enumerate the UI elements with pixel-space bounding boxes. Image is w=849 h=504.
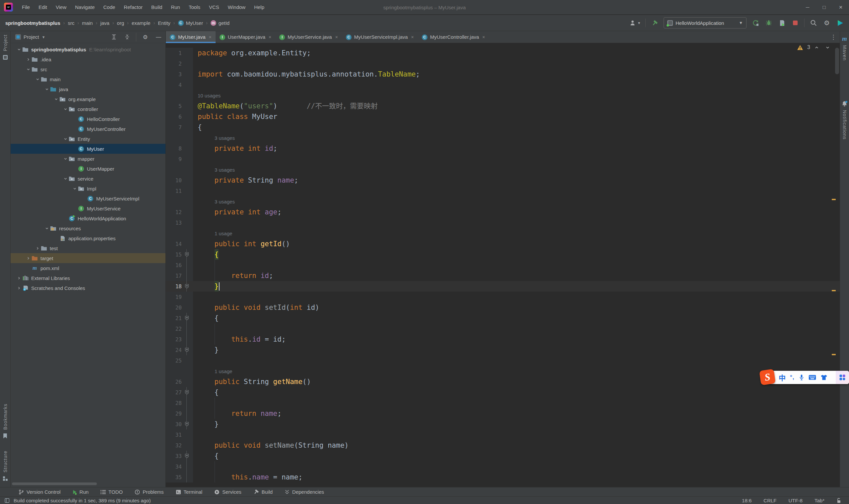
code-line[interactable]: 10 private String name; — [166, 175, 840, 185]
close-tab-icon[interactable]: × — [335, 34, 338, 40]
menu-view[interactable]: View — [51, 0, 71, 14]
code-text[interactable] — [193, 79, 840, 90]
memory-indicator-icon[interactable] — [5, 498, 10, 503]
gutter[interactable]: 19 — [166, 292, 193, 302]
maven-icon[interactable]: m — [842, 35, 847, 42]
code-line[interactable]: 19 — [166, 292, 840, 302]
chevron-down-icon[interactable] — [44, 225, 50, 231]
code-line[interactable]: 27 { — [166, 387, 840, 398]
code-text[interactable] — [193, 323, 840, 334]
gutter[interactable]: 14 — [166, 238, 193, 249]
project-horizontal-scrollbar[interactable] — [12, 483, 97, 485]
tool-stripe-notifications[interactable]: Notifications — [842, 110, 847, 140]
error-stripe-mark[interactable] — [832, 354, 836, 355]
code-line[interactable]: 29 return name; — [166, 408, 840, 419]
gutter[interactable]: 3 — [166, 69, 193, 79]
code-text[interactable]: public void setId(int id) — [193, 302, 840, 313]
tool-stripe-structure[interactable]: Structure — [3, 451, 8, 472]
inlay-hint-row[interactable]: 3 usages — [166, 164, 840, 175]
toolbox-icon[interactable] — [836, 371, 849, 384]
gutter[interactable]: 1 — [166, 48, 193, 58]
gutter[interactable]: 26 — [166, 376, 193, 387]
code-text[interactable] — [193, 292, 840, 302]
code-text[interactable] — [193, 429, 840, 440]
code-line[interactable]: 12 private int age; — [166, 207, 840, 217]
code-line[interactable]: 23 this.id = id; — [166, 334, 840, 345]
warning-count[interactable]: 3 — [807, 44, 810, 50]
build-hammer-icon[interactable] — [651, 18, 659, 28]
tree-item-controller[interactable]: controller — [11, 104, 166, 114]
run-configuration-select[interactable]: HelloWorldApplication▼ — [664, 17, 746, 29]
inlay-hint-row[interactable]: 10 usages — [166, 90, 840, 101]
code-line[interactable]: 28 — [166, 398, 840, 408]
tree-item-src[interactable]: src — [11, 64, 166, 74]
code-text[interactable] — [193, 185, 840, 196]
tab-myusercontroller-java[interactable]: CMyUserController.java× — [418, 31, 489, 43]
close-tab-icon[interactable]: × — [411, 34, 414, 40]
inlay-hint-row[interactable]: 3 usages — [166, 196, 840, 207]
usages-hint[interactable]: 1 usage — [214, 231, 232, 236]
tree-item-myuserserviceimpl[interactable]: CMyUserServiceImpl — [11, 194, 166, 203]
gutter[interactable]: 15 — [166, 249, 193, 260]
code-text[interactable]: { — [193, 387, 840, 398]
tool-window-button-dependencies[interactable]: Dependencies — [284, 489, 324, 495]
tool-stripe-project[interactable]: Project — [3, 34, 8, 51]
code-text[interactable] — [193, 58, 840, 69]
caret-position[interactable]: 18:6 — [742, 498, 751, 503]
tree-item-pom-xml[interactable]: mpom.xml — [11, 263, 166, 273]
tree-item-myusercontroller[interactable]: CMyUserController — [11, 124, 166, 134]
structure-icon[interactable] — [3, 476, 8, 481]
fold-marker-icon[interactable] — [182, 419, 192, 429]
menu-code[interactable]: Code — [99, 0, 119, 14]
breadcrumb-java[interactable]: java — [100, 20, 109, 26]
gutter[interactable]: 28 — [166, 398, 193, 408]
inlay-hint[interactable]: 3 usages — [193, 164, 840, 175]
chevron-right-icon[interactable] — [25, 56, 31, 62]
bell-icon[interactable] — [841, 101, 848, 107]
breadcrumb-myuser[interactable]: C MyUser — [178, 20, 203, 26]
code-line[interactable]: 15 { — [166, 249, 840, 260]
code-text[interactable]: private int id; — [193, 143, 840, 154]
tree-item-springbootmybatisplus[interactable]: springbootmybatisplusE:\learn\springboot — [11, 44, 166, 54]
project-panel-title[interactable]: Project — [23, 34, 39, 40]
gutter[interactable]: 2 — [166, 58, 193, 69]
gutter[interactable]: 35 — [166, 472, 193, 483]
tool-stripe-maven[interactable]: Maven — [842, 45, 847, 61]
gutter[interactable]: 10 — [166, 175, 193, 185]
code-text[interactable]: } — [193, 345, 840, 355]
code-text[interactable] — [193, 217, 840, 228]
code-text[interactable]: } — [193, 281, 840, 292]
status-message[interactable]: Build completed successfully in 1 sec, 3… — [14, 498, 151, 503]
tab-myuser-java[interactable]: CMyUser.java× — [166, 31, 215, 43]
search-icon[interactable] — [809, 18, 818, 28]
gutter[interactable]: 18 — [166, 281, 193, 292]
line-separator[interactable]: CRLF — [763, 498, 776, 503]
code-line[interactable]: 6public class MyUser — [166, 111, 840, 122]
gutter[interactable]: 34 — [166, 461, 193, 472]
gutter[interactable]: 9 — [166, 154, 193, 164]
fold-marker-icon[interactable] — [182, 313, 192, 323]
code-line[interactable]: 30 } — [166, 419, 840, 429]
code-text[interactable]: public int getId() — [193, 238, 840, 249]
code-text[interactable]: return name; — [193, 408, 840, 419]
inlay-hint[interactable]: 3 usages — [193, 196, 840, 207]
chevron-down-icon[interactable] — [16, 47, 22, 52]
code-line[interactable]: 18 } — [166, 281, 840, 292]
menu-file[interactable]: File — [18, 0, 34, 14]
code-line[interactable]: 26 public String getName() — [166, 376, 840, 387]
chevron-down-icon[interactable] — [72, 185, 77, 192]
punctuation-icon[interactable]: °, — [790, 374, 795, 381]
menu-window[interactable]: Window — [224, 0, 250, 14]
code-text[interactable]: { — [193, 249, 840, 260]
code-text[interactable]: public String getName() — [193, 376, 840, 387]
code-line[interactable]: 33 { — [166, 451, 840, 461]
gutter[interactable] — [166, 366, 193, 376]
chevron-down-icon[interactable] — [25, 66, 31, 72]
code-line[interactable]: 21 { — [166, 313, 840, 323]
rerun-icon[interactable] — [751, 18, 760, 28]
inlay-hint-row[interactable]: 1 usage — [166, 366, 840, 376]
sogou-logo-icon[interactable]: S — [759, 369, 776, 385]
gutter[interactable] — [166, 196, 193, 207]
gutter[interactable]: 24 — [166, 345, 193, 355]
tree-item-test[interactable]: test — [11, 243, 166, 253]
